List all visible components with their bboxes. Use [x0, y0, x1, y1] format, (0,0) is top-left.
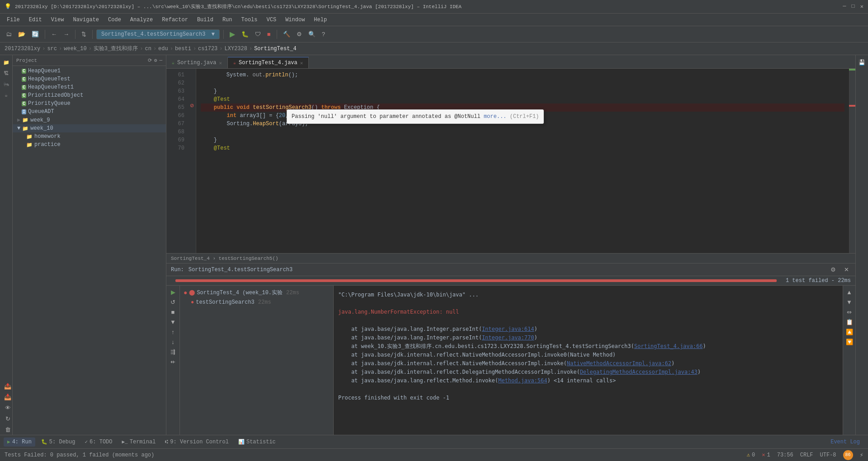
tree-item-homework[interactable]: 📁 homework: [13, 132, 166, 141]
run-rerun-button[interactable]: ↺: [169, 298, 177, 306]
status-position[interactable]: 73:56: [777, 452, 793, 458]
link-integer-614[interactable]: Integer.java:614: [482, 326, 534, 332]
sidebar-maven-icon[interactable]: ☕: [1, 90, 11, 100]
run-right-icon1[interactable]: 📋: [844, 318, 855, 326]
bottom-tab-run[interactable]: ▶ 4: Run: [4, 437, 35, 447]
menu-window[interactable]: Window: [281, 15, 309, 25]
status-encoding[interactable]: UTF-8: [820, 452, 836, 458]
menu-run[interactable]: Run: [218, 15, 237, 25]
bc-week10[interactable]: week_10: [64, 46, 86, 52]
sync-button[interactable]: 🔄: [29, 29, 41, 39]
menu-file[interactable]: File: [2, 15, 24, 25]
test-node-method[interactable]: ● testSortingSearch3 22ms: [180, 298, 333, 306]
run-sort-desc-button[interactable]: ↓: [170, 338, 176, 346]
far-right-db-icon[interactable]: 💾: [857, 57, 867, 68]
sidebar-structure-icon[interactable]: 🏗: [1, 68, 11, 78]
menu-refactor[interactable]: Refactor: [157, 15, 193, 25]
bc-root[interactable]: 20172328lxy: [5, 46, 40, 52]
menu-build[interactable]: Build: [193, 15, 218, 25]
menu-code[interactable]: Code: [104, 15, 126, 25]
run-sort-asc-button[interactable]: ↑: [170, 328, 176, 336]
back-button[interactable]: ←: [49, 29, 59, 39]
run-expand-button[interactable]: ⇶: [169, 348, 177, 356]
run-stop-button[interactable]: ■: [170, 308, 177, 316]
tree-item-prioritizedobject[interactable]: C PrioritizedObject: [13, 91, 166, 99]
bottom-tab-terminal[interactable]: ▶_ Terminal: [118, 437, 160, 447]
tooltip-more-link[interactable]: more...: [484, 113, 506, 120]
right-scrollbar-markers[interactable]: [849, 69, 855, 253]
debug-button[interactable]: 🐛: [239, 29, 251, 39]
code-editor[interactable]: 61 62 63 64 65 66 67 68 69 70 ⊘: [166, 69, 855, 253]
run-right-icon2[interactable]: 🔼: [844, 328, 855, 336]
event-log-link[interactable]: Event Log: [830, 439, 860, 445]
new-project-button[interactable]: 🗂: [4, 29, 14, 39]
bc-besti[interactable]: besti: [175, 46, 191, 52]
tab-close-sortingtest4[interactable]: ✕: [300, 60, 303, 66]
bc-edu[interactable]: edu: [158, 46, 168, 52]
run-right-up[interactable]: ▲: [844, 288, 854, 296]
run-panel-close-button[interactable]: ✕: [842, 265, 851, 274]
maximize-button[interactable]: □: [852, 3, 855, 10]
run-right-expand[interactable]: ⇔: [845, 308, 854, 316]
menu-navigate[interactable]: Navigate: [68, 15, 104, 25]
run-configuration-selector[interactable]: SortingTest_4.testSortingSearch3 ▼: [96, 29, 220, 39]
run-output[interactable]: "C:\Program Files\Java\jdk-10\bin\java" …: [334, 286, 843, 435]
run-right-icon3[interactable]: 🔽: [844, 338, 855, 346]
tree-item-priorityqueue[interactable]: C PriorityQueue: [13, 99, 166, 108]
menu-edit[interactable]: Edit: [24, 15, 47, 25]
tree-item-heapqueue1[interactable]: C HeapQueue1: [13, 67, 166, 75]
link-native-62[interactable]: NativeMethodAccessorImpl.java:62: [567, 360, 671, 367]
code-content[interactable]: System. out.println(); } @Test public: [196, 69, 849, 253]
bc-cs1723[interactable]: cs1723: [198, 46, 217, 52]
run-coverage-button[interactable]: 🛡: [253, 29, 263, 39]
build-button[interactable]: 🔨: [281, 29, 292, 39]
test-node-root[interactable]: ● ⬤ SortingTest_4 (week_10.实验 22ms: [180, 288, 333, 297]
bc-cn[interactable]: cn: [145, 46, 151, 52]
menu-help[interactable]: Help: [309, 15, 331, 25]
close-button[interactable]: ✕: [860, 3, 863, 10]
menu-tools[interactable]: Tools: [237, 15, 262, 25]
bottom-tab-statistic[interactable]: 📊 Statistic: [235, 437, 279, 447]
toolbar-btn-extra[interactable]: ⇅: [79, 29, 89, 39]
run-filter-button[interactable]: ▼: [168, 318, 178, 326]
bc-lxy2328[interactable]: LXY2328: [225, 46, 247, 52]
search-button[interactable]: 🔍: [306, 29, 318, 39]
run-right-down[interactable]: ▼: [844, 298, 854, 306]
link-delegating-43[interactable]: DelegatingMethodAccessorImpl.java:43: [580, 369, 698, 375]
run-collapse-button[interactable]: ⇷: [169, 358, 177, 366]
tab-sortingtest4-java[interactable]: ☕ SortingTest_4.java ✕: [228, 57, 309, 68]
project-sync-icon[interactable]: ⟳: [148, 57, 152, 63]
link-method-564[interactable]: Method.java:564: [498, 377, 547, 384]
sidebar-ant-icon[interactable]: 🐜: [1, 79, 11, 89]
tree-item-heapqueuetest1[interactable]: C HeapQueueTest1: [13, 83, 166, 91]
sidebar-project-icon[interactable]: 📁: [1, 57, 11, 67]
tree-item-week9[interactable]: ▶ 📁 week_9: [13, 116, 166, 124]
bc-src[interactable]: src: [47, 46, 57, 52]
tab-sorting-java[interactable]: ☕ Sorting.java ✕: [166, 57, 228, 68]
project-settings-icon[interactable]: ⚙: [154, 57, 157, 63]
menu-view[interactable]: View: [47, 15, 69, 25]
stop-button[interactable]: ■: [265, 29, 273, 39]
link-integer-770[interactable]: Integer.java:770: [482, 334, 534, 341]
settings-button[interactable]: ⚙: [294, 29, 304, 39]
menu-analyze[interactable]: Analyze: [126, 15, 157, 25]
bottom-tab-todo[interactable]: ✓ 6: TODO: [81, 437, 116, 447]
status-orange-indicator[interactable]: 86: [843, 450, 853, 460]
help-button[interactable]: ?: [320, 29, 327, 39]
bottom-tab-vcs[interactable]: ⑆ 9: Version Control: [161, 437, 232, 447]
menu-vcs[interactable]: VCS: [262, 15, 281, 25]
minimize-button[interactable]: ─: [843, 3, 846, 10]
run-panel-settings-button[interactable]: ⚙: [829, 265, 838, 274]
open-button[interactable]: 📂: [16, 29, 28, 39]
tree-item-queueadt[interactable]: I QueueADT: [13, 108, 166, 116]
tree-item-heapqueuetest[interactable]: C HeapQueueTest: [13, 75, 166, 83]
run-play-button[interactable]: ▶: [169, 288, 177, 296]
bc-experiment[interactable]: 实验3_查找和排序: [94, 45, 138, 52]
run-button[interactable]: ▶: [227, 28, 237, 40]
tree-item-week10[interactable]: ▼ 📁 week_10: [13, 124, 166, 132]
status-linesep[interactable]: CRLF: [800, 452, 813, 458]
project-collapse-icon[interactable]: —: [159, 57, 162, 63]
bc-file[interactable]: SortingTest_4: [254, 46, 297, 52]
tree-item-practice[interactable]: 📁 practice: [13, 141, 166, 149]
link-sortingtest4-66[interactable]: SortingTest_4.java:66: [634, 343, 703, 349]
